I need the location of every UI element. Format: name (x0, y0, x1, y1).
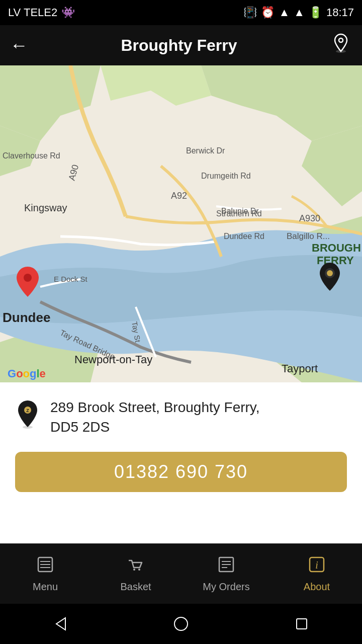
svg-text:E Dock St: E Dock St (54, 275, 88, 283)
svg-text:Berwick Dr: Berwick Dr (186, 146, 225, 155)
svg-text:Balunie Dr: Balunie Dr (221, 207, 259, 215)
basket-icon (127, 555, 145, 578)
wifi-icon: ▲ (279, 6, 290, 19)
carrier-text: LV TELE2 (8, 6, 57, 19)
status-left: LV TELE2 👾 (8, 6, 75, 19)
svg-point-40 (133, 569, 135, 571)
battery-icon: 🔋 (309, 6, 322, 19)
basket-label: Basket (120, 581, 151, 593)
svg-text:Tayport: Tayport (282, 362, 318, 375)
svg-text:Claverhouse Rd: Claverhouse Rd (3, 151, 60, 160)
nav-item-menu[interactable]: Menu (0, 555, 90, 593)
menu-icon (36, 555, 54, 578)
svg-text:Dundee: Dundee (3, 310, 50, 325)
my-orders-label: My Orders (203, 581, 249, 593)
vibrate-icon: 📳 (243, 6, 257, 19)
svg-point-29 (24, 274, 32, 282)
recents-system-button[interactable] (289, 611, 314, 636)
time-text: 18:17 (326, 6, 354, 19)
svg-point-49 (174, 617, 188, 630)
nav-item-basket[interactable]: Basket (90, 555, 181, 593)
map-icon[interactable] (330, 32, 352, 59)
address-line1: 289 Brook Street, Broughty Ferry, (50, 397, 260, 417)
svg-text:Drumgeith Rd: Drumgeith Rd (201, 172, 251, 180)
android-icon: 👾 (61, 6, 75, 19)
svg-text:Z: Z (26, 408, 29, 413)
svg-text:BROUGH: BROUGH (312, 242, 361, 254)
nav-item-my-orders[interactable]: My Orders (181, 555, 272, 593)
home-system-button[interactable] (168, 611, 194, 636)
svg-text:Balgillo R...: Balgillo R... (287, 231, 330, 241)
svg-text:Kingsway: Kingsway (24, 202, 67, 213)
svg-text:Google: Google (8, 367, 46, 380)
status-right: 📳 ⏰ ▲ ▲ 🔋 18:17 (243, 6, 354, 19)
address-line2: DD5 2DS (50, 417, 260, 437)
back-button[interactable]: ← (10, 35, 28, 56)
svg-text:A92: A92 (171, 191, 187, 201)
address-text: 289 Brook Street, Broughty Ferry, DD5 2D… (50, 397, 260, 437)
signal-icon: ▲ (294, 6, 305, 19)
nav-item-about[interactable]: i About (272, 555, 362, 593)
map-area[interactable]: A90 A92 A930 Strathern Rd Dundee Rd E Do… (0, 65, 362, 382)
menu-label: Menu (33, 581, 58, 593)
bottom-nav: Menu Basket My Orders i (0, 543, 362, 604)
orders-icon (217, 555, 235, 578)
svg-text:A930: A930 (299, 213, 320, 223)
address-section: Z 289 Brook Street, Broughty Ferry, DD5 … (0, 382, 362, 447)
svg-point-1 (339, 38, 343, 42)
svg-text:Newport-on-Tay: Newport-on-Tay (74, 353, 152, 366)
phone-number: 01382 690 730 (114, 461, 248, 482)
alarm-icon: ⏰ (261, 6, 275, 19)
system-nav (0, 604, 362, 644)
svg-point-41 (138, 569, 140, 571)
about-label: About (304, 581, 330, 593)
back-system-button[interactable] (48, 611, 73, 636)
about-icon: i (308, 555, 326, 578)
svg-point-31 (327, 270, 333, 276)
phone-button[interactable]: 01382 690 730 (15, 452, 347, 492)
page-title: Broughty Ferry (121, 36, 237, 55)
svg-text:i: i (315, 559, 318, 571)
svg-text:Dundee Rd: Dundee Rd (224, 232, 264, 240)
top-bar: ← Broughty Ferry (0, 25, 362, 65)
svg-rect-50 (297, 619, 307, 629)
phone-button-container: 01382 690 730 (0, 447, 362, 507)
svg-marker-48 (56, 618, 65, 630)
address-pin-icon: Z (15, 399, 40, 430)
status-bar: LV TELE2 👾 📳 ⏰ ▲ ▲ 🔋 18:17 (0, 0, 362, 25)
